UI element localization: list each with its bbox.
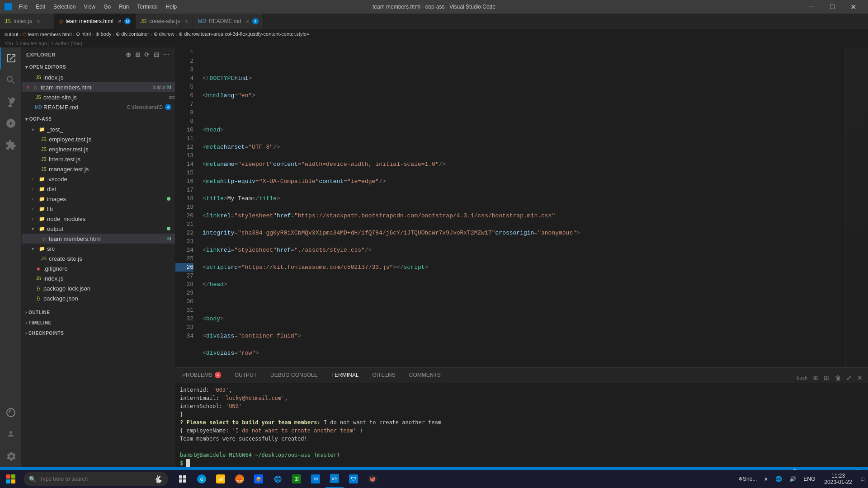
tab-close-icon[interactable]: × [245, 18, 249, 25]
file-employee-test[interactable]: JS employee.test.js [22, 134, 175, 144]
breadcrumb-file[interactable]: team members.html [28, 32, 71, 37]
folder-test[interactable]: ▾ 📁 _test_ [22, 124, 175, 134]
menu-go[interactable]: Go [100, 2, 114, 12]
tab-close-icon[interactable]: × [37, 18, 40, 25]
menu-view[interactable]: View [80, 2, 99, 12]
tab-close-icon[interactable]: × [118, 18, 122, 25]
breadcrumb-div-row[interactable]: ⊕ div.row [154, 31, 175, 37]
open-editor-index-js[interactable]: JS index.js [22, 72, 175, 82]
file-gitignore[interactable]: ◆ .gitignore [22, 263, 175, 273]
tray-volume[interactable]: 🔊 [786, 470, 800, 488]
menu-selection[interactable]: Selection [50, 2, 79, 12]
breadcrumb-html[interactable]: ⊕ html [76, 31, 91, 37]
search-input[interactable] [40, 476, 150, 482]
breadcrumb-div-team[interactable]: ⊕ div.row.team-area.col-3d-flex.justify-… [179, 31, 309, 37]
taskbar-search[interactable]: 🔍 🐇 [24, 472, 168, 486]
tray-network[interactable]: 🌐 [772, 470, 786, 488]
taskbar-github-desktop[interactable]: 🐙 [363, 470, 382, 488]
file-engineer-test[interactable]: JS engineer.test.js [22, 144, 175, 154]
tab-readme-md[interactable]: MD README.md × 4 [193, 14, 263, 29]
tray-show-hidden[interactable]: ∧ [760, 470, 772, 488]
timeline-section[interactable]: › TIMELINE [22, 318, 175, 328]
tray-notification-center[interactable]: □ [858, 470, 868, 488]
checkpoints-section[interactable]: › CHECKPOINTS [22, 328, 175, 338]
menu-bar[interactable]: File Edit Selection View Go Run Terminal… [15, 2, 180, 12]
open-editors-section[interactable]: ▾ OPEN EDITORS [22, 62, 175, 72]
folder-src[interactable]: ▾ 📁 src [22, 244, 175, 253]
taskbar-vscode-running[interactable]: VS [326, 470, 344, 488]
menu-terminal[interactable]: Terminal [133, 2, 161, 12]
file-intern-test[interactable]: JS intern.test.js [22, 154, 175, 164]
refresh-icon[interactable]: ⟳ [143, 50, 151, 59]
tab-terminal[interactable]: TERMINAL [325, 367, 366, 383]
close-x-icon[interactable]: ✕ [26, 85, 30, 90]
outline-section[interactable]: › OUTLINE [22, 307, 175, 318]
taskbar-dropbox[interactable]: 📦 [250, 470, 268, 488]
taskbar-gaming[interactable]: ⊞ [288, 470, 306, 488]
taskbar-windows-security[interactable]: 🛡 [344, 470, 363, 488]
start-button[interactable] [0, 470, 22, 488]
tab-index-js[interactable]: JS index.js × [0, 14, 54, 29]
kill-terminal-icon[interactable]: 🗑 [833, 372, 843, 383]
tab-comments[interactable]: COMMENTS [402, 367, 448, 383]
open-editor-readme[interactable]: MD README.md C:\Users\bamst\Documents\Bo… [22, 102, 175, 112]
close-panel-icon[interactable]: ✕ [855, 372, 864, 383]
file-index-js[interactable]: JS index.js [22, 273, 175, 283]
tab-output[interactable]: OUTPUT [228, 367, 264, 383]
breadcrumb-output[interactable]: output [5, 32, 19, 37]
folder-output[interactable]: ▾ 📁 output [22, 224, 175, 234]
file-package-lock[interactable]: {} package-lock.json [22, 283, 175, 293]
folder-node-modules[interactable]: › 📁 node_modules [22, 214, 175, 224]
menu-run[interactable]: Run [115, 2, 132, 12]
folder-dist[interactable]: › 📁 dist [22, 184, 175, 194]
folder-vscode[interactable]: › 📁 .vscode [22, 174, 175, 184]
maximize-panel-icon[interactable]: ⤢ [844, 372, 854, 383]
taskbar-chrome[interactable]: 🌐 [269, 470, 287, 488]
activity-source-control[interactable] [0, 91, 22, 113]
taskbar-clock[interactable]: 11:23 2023-01-22 [819, 470, 857, 488]
activity-extensions[interactable] [0, 134, 22, 156]
activity-search[interactable] [0, 69, 22, 91]
activity-remote[interactable] [0, 402, 22, 423]
breadcrumb-body[interactable]: ⊕ body [95, 31, 112, 37]
more-actions-icon[interactable]: ⋯ [162, 50, 170, 59]
open-editor-team-members[interactable]: ✕ ◇ team members.html output M [22, 82, 175, 92]
activity-accounts[interactable] [0, 423, 22, 445]
tab-team-members-html[interactable]: ◇ team members.html × M [54, 14, 136, 29]
new-folder-icon[interactable]: ⊞ [134, 50, 142, 59]
taskbar-explorer[interactable]: 📁 [212, 470, 230, 488]
collapse-icon[interactable]: ⊟ [153, 50, 160, 59]
tab-problems[interactable]: PROBLEMS 4 [175, 367, 228, 383]
split-terminal-icon[interactable]: ⊞ [822, 372, 831, 383]
terminal-content[interactable]: internId: '003', internEmail: 'lucky@hot… [175, 384, 868, 467]
maximize-button[interactable]: □ [822, 0, 843, 14]
taskbar-firefox[interactable]: 🦊 [231, 470, 249, 488]
tray-snow[interactable]: ❄ Sno... [735, 470, 760, 488]
tab-close-icon[interactable]: × [184, 18, 188, 25]
task-view-button[interactable] [174, 470, 192, 488]
activity-explorer[interactable] [0, 47, 22, 69]
new-file-icon[interactable]: ⊕ [125, 50, 132, 59]
menu-file[interactable]: File [15, 2, 31, 12]
code-content[interactable]: <!DOCTYPE html> <html lang="en"> <head> … [198, 47, 845, 367]
file-team-members-html[interactable]: ◇ team members.html M [22, 234, 175, 244]
file-manager-test[interactable]: JS manager.test.js [22, 164, 175, 174]
window-controls[interactable]: ─ □ ✕ [801, 0, 863, 14]
tab-gitlens[interactable]: GITLENS [365, 367, 402, 383]
close-button[interactable]: ✕ [843, 0, 863, 14]
minimize-button[interactable]: ─ [801, 0, 822, 14]
taskbar-mail[interactable]: ✉ [307, 470, 325, 488]
oop-ass-section[interactable]: ▾ OOP-ASS [22, 114, 175, 124]
file-package-json[interactable]: {} package.json [22, 293, 175, 303]
activity-debug[interactable] [0, 113, 22, 134]
activity-settings[interactable] [0, 445, 22, 467]
tab-create-site-js[interactable]: JS create-site.js × [136, 14, 193, 29]
file-create-site[interactable]: JS create-site.js [22, 253, 175, 263]
taskbar-edge[interactable]: e [193, 470, 211, 488]
open-editor-create-site[interactable]: JS create-site.js src [22, 92, 175, 102]
new-terminal-icon[interactable]: ⊕ [811, 372, 820, 383]
tray-language[interactable]: ENG [800, 470, 819, 488]
breadcrumb-div-container[interactable]: ⊕ div.container [116, 31, 149, 37]
tab-debug-console[interactable]: DEBUG CONSOLE [264, 367, 325, 383]
folder-images[interactable]: › 📁 images [22, 194, 175, 204]
